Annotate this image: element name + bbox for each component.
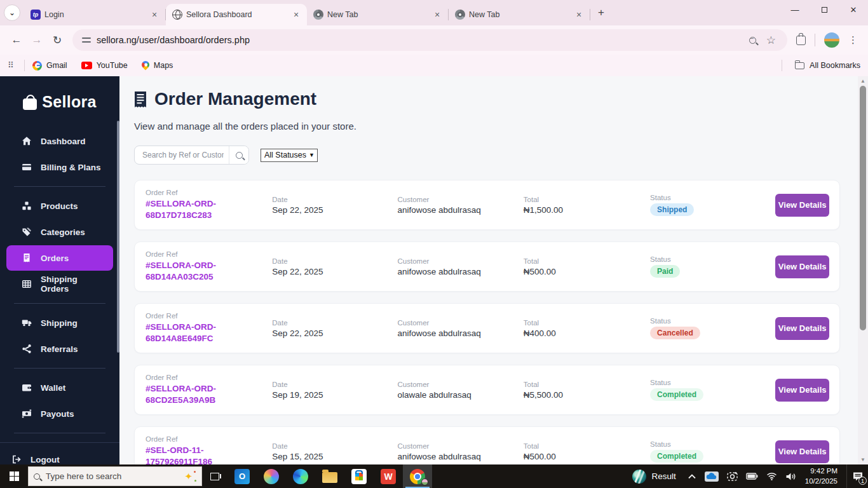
taskbar-item-edge[interactable] — [286, 464, 315, 488]
battery-icon[interactable] — [746, 473, 758, 480]
wifi-icon[interactable] — [766, 472, 777, 480]
sidebar-item-wallet[interactable]: Wallet — [6, 375, 113, 400]
search-button[interactable] — [229, 146, 248, 164]
order-ref-link[interactable]: #SELLORA-ORD-68D14AA03C205 — [146, 260, 254, 283]
sidebar-item-dashboard[interactable]: Dashboard — [6, 128, 113, 154]
all-bookmarks-button[interactable]: All Bookmarks — [782, 60, 860, 71]
zoom-icon[interactable] — [749, 37, 756, 44]
workspace: Sellora Dashboard Billing & Plans Produc… — [0, 76, 868, 464]
sidebar-item-products[interactable]: Products — [6, 193, 113, 219]
tab-close-icon[interactable]: × — [431, 9, 443, 20]
view-details-button[interactable]: View Details — [775, 194, 829, 217]
view-details-button[interactable]: View Details — [775, 317, 829, 340]
sidebar-item-label: Shipping — [41, 318, 78, 328]
task-view-button[interactable] — [202, 464, 227, 488]
bookmark-maps[interactable]: Maps — [142, 61, 173, 70]
apps-grid-icon[interactable] — [8, 61, 17, 70]
profile-avatar[interactable] — [824, 32, 839, 48]
taskbar-item-wps[interactable]: W — [374, 464, 403, 488]
view-details-button[interactable]: View Details — [775, 379, 829, 402]
taskbar-item-outlook[interactable]: O — [227, 464, 257, 488]
search-control — [134, 146, 249, 165]
sidebar-item-orders[interactable]: Orders — [6, 245, 113, 271]
page-scrollbar[interactable]: ▲ ▼ — [858, 76, 868, 464]
tab-new-tab-1[interactable]: New Tab × — [307, 4, 448, 25]
order-ref-link[interactable]: #SEL-ORD-11-1757926911F186 — [146, 445, 263, 464]
date-label: Date — [272, 319, 397, 327]
chrome-menu-icon[interactable]: ⋮ — [848, 34, 858, 46]
sidebar-item-referrals[interactable]: Referrals — [6, 336, 113, 362]
notification-count-badge: 1 — [858, 477, 867, 485]
bookmarks-divider — [24, 60, 25, 71]
bookmark-star-icon[interactable]: ☆ — [766, 35, 776, 46]
sidebar-item-categories[interactable]: Categories — [6, 219, 113, 245]
scrollbar-thumb[interactable] — [860, 86, 866, 330]
search-highlights-icon[interactable]: ✦ — [184, 471, 193, 482]
tab-close-icon[interactable]: × — [149, 9, 160, 20]
tab-close-icon[interactable]: × — [290, 9, 302, 20]
total-value: ₦400.00 — [524, 329, 650, 338]
new-tab-button[interactable]: + — [593, 4, 609, 21]
order-ref-link[interactable]: #SELLORA-ORD-68D17D718C283 — [146, 198, 254, 221]
bookmark-youtube[interactable]: YouTube — [81, 61, 128, 70]
address-bar[interactable]: sellora.ng/user/dashboard/orders.php ☆ — [72, 29, 787, 51]
speaker-icon[interactable] — [785, 472, 796, 481]
boxes-icon — [22, 201, 32, 211]
task-view-icon — [210, 473, 219, 480]
tray-chevron-up-icon[interactable] — [688, 473, 696, 480]
tab-search-button[interactable]: ⌄ — [4, 4, 20, 21]
minimize-button[interactable]: — — [780, 0, 810, 19]
customer-label: Customer — [398, 381, 524, 388]
notification-center-button[interactable]: 1 — [846, 464, 868, 488]
status-filter-select[interactable]: All Statuses ▼ — [261, 149, 318, 162]
scroll-up-icon[interactable]: ▲ — [858, 78, 868, 84]
tray-result-app[interactable]: Result — [632, 470, 676, 484]
forward-button[interactable]: → — [27, 30, 47, 50]
taskbar-item-file-explorer[interactable] — [315, 464, 344, 488]
chevron-down-icon: ▼ — [309, 152, 315, 158]
start-button[interactable] — [0, 464, 28, 488]
close-button[interactable]: ✕ — [839, 0, 868, 19]
sidebar-item-payouts[interactable]: Payouts — [6, 401, 113, 426]
taskbar-item-chrome[interactable] — [403, 464, 432, 488]
windows-taskbar: Type here to search ✦ O W Result — [0, 464, 868, 488]
order-ref-link[interactable]: #SELLORA-ORD-68D14A8E649FC — [146, 322, 254, 344]
date-value: Sep 15, 2025 — [272, 452, 397, 461]
reload-button[interactable]: ↻ — [47, 30, 67, 50]
windows-logo-icon — [10, 471, 19, 481]
screen-record-icon[interactable] — [727, 471, 738, 481]
extensions-icon[interactable] — [796, 36, 806, 45]
sidebar-divider — [14, 186, 105, 187]
search-input[interactable] — [135, 146, 229, 164]
result-app-icon — [632, 470, 646, 484]
copilot-icon — [264, 469, 279, 484]
tab-new-tab-2[interactable]: New Tab × — [449, 4, 590, 25]
site-info-icon[interactable] — [81, 35, 92, 45]
onedrive-icon[interactable] — [705, 471, 719, 482]
bookmark-label: YouTube — [97, 61, 128, 70]
taskbar-item-store[interactable] — [344, 464, 374, 488]
taskbar-search[interactable]: Type here to search ✦ — [28, 466, 202, 486]
taskbar-clock[interactable]: 9:42 PM 10/2/2025 — [805, 466, 837, 486]
bookmark-gmail[interactable]: Gmail — [32, 61, 67, 71]
restore-button[interactable] — [810, 0, 839, 19]
sidebar-item-shipping[interactable]: Shipping — [6, 310, 113, 336]
view-details-button[interactable]: View Details — [775, 255, 829, 278]
view-details-button[interactable]: View Details — [775, 440, 829, 463]
search-icon — [236, 152, 243, 159]
sidebar-item-billing-plans[interactable]: Billing & Plans — [6, 154, 113, 180]
order-ref-link[interactable]: #SELLORA-ORD-68CD2E5A39A9B — [146, 383, 254, 406]
back-button[interactable]: ← — [6, 30, 27, 50]
grid-icon — [22, 279, 32, 289]
sidebar-item-label: Payouts — [41, 409, 74, 419]
url-text[interactable]: sellora.ng/user/dashboard/orders.php — [97, 35, 749, 45]
sidebar-item-shipping-orders[interactable]: Shipping Orders — [6, 271, 113, 297]
tab-sellora-dashboard[interactable]: Sellora Dashboard × — [166, 4, 307, 25]
edge-icon — [293, 469, 308, 484]
scroll-down-icon[interactable]: ▼ — [858, 457, 868, 463]
sidebar-divider — [14, 303, 105, 304]
tab-close-icon[interactable]: × — [573, 9, 585, 20]
tab-login[interactable]: tp Login × — [24, 4, 165, 25]
taskbar-item-copilot[interactable] — [257, 464, 286, 488]
sellora-logo[interactable]: Sellora — [0, 76, 119, 125]
